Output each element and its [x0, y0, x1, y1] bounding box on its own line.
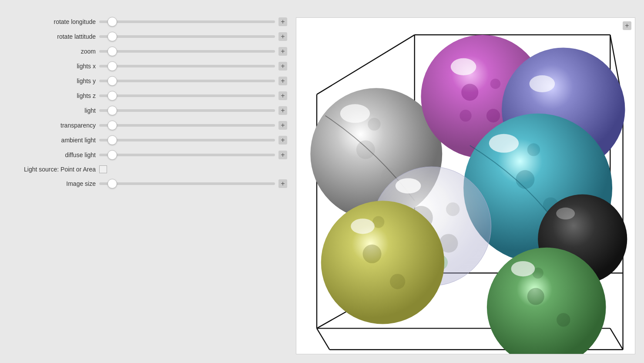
- plus-btn-image-size[interactable]: +: [278, 179, 287, 188]
- slider-ambient-light[interactable]: [99, 139, 275, 141]
- label-transparency: transparency: [9, 122, 96, 129]
- track-container-rotate-longitude: +: [99, 17, 287, 26]
- label-image-size: Image size: [9, 180, 96, 187]
- svg-point-27: [489, 134, 519, 153]
- checkbox-light-source[interactable]: [99, 165, 107, 173]
- svg-point-41: [557, 313, 570, 326]
- label-zoom: zoom: [9, 48, 96, 55]
- track-container-zoom: +: [99, 47, 287, 56]
- svg-point-39: [556, 208, 575, 219]
- svg-point-35: [363, 245, 382, 263]
- slider-transparency[interactable]: [99, 124, 275, 127]
- track-container-transparency: +: [99, 121, 287, 130]
- slider-light[interactable]: [99, 109, 275, 112]
- svg-point-31: [446, 202, 460, 216]
- slider-lights-y[interactable]: [99, 80, 275, 82]
- checkbox-row-light-source: Light source: Point or Area: [9, 165, 287, 173]
- svg-line-7: [317, 328, 329, 350]
- svg-point-34: [396, 178, 421, 193]
- track-container-lights-z: +: [99, 91, 287, 100]
- svg-point-36: [390, 274, 405, 289]
- 3d-scene: [296, 18, 635, 354]
- slider-row-rotate-lattitude: rotate lattitude+: [9, 32, 287, 41]
- render-panel: +: [296, 17, 635, 354]
- svg-point-24: [516, 170, 534, 189]
- slider-row-ambient-light: ambient light+: [9, 136, 287, 145]
- controls-panel: rotate longitude+rotate lattitude+zoom+l…: [0, 0, 296, 363]
- svg-point-20: [460, 110, 471, 121]
- svg-point-17: [340, 104, 370, 123]
- slider-row-transparency: transparency+: [9, 121, 287, 130]
- track-container-image-size: +: [99, 179, 287, 188]
- checkbox-label-light-source: Light source: Point or Area: [9, 166, 96, 173]
- svg-point-19: [486, 109, 500, 122]
- slider-lights-z[interactable]: [99, 94, 275, 97]
- plus-btn-lights-z[interactable]: +: [278, 91, 287, 100]
- slider-zoom[interactable]: [99, 50, 275, 53]
- svg-line-6: [610, 328, 623, 350]
- label-diffuse-light: diffuse light: [9, 151, 96, 158]
- track-container-diffuse-light: +: [99, 151, 287, 159]
- label-lights-y: lights y: [9, 77, 96, 84]
- svg-point-40: [527, 288, 544, 305]
- slider-row-lights-z: lights z+: [9, 91, 287, 100]
- svg-point-23: [530, 75, 555, 92]
- slider-row-lights-x: lights x+: [9, 62, 287, 71]
- plus-btn-ambient-light[interactable]: +: [278, 136, 287, 145]
- svg-point-38: [351, 218, 375, 234]
- slider-row-rotate-longitude: rotate longitude+: [9, 17, 287, 26]
- plus-btn-rotate-longitude[interactable]: +: [278, 17, 287, 26]
- plus-btn-rotate-lattitude[interactable]: +: [278, 32, 287, 41]
- svg-point-26: [527, 143, 540, 156]
- plus-btn-light[interactable]: +: [278, 106, 287, 115]
- svg-point-21: [490, 79, 500, 89]
- slider-row-light: light+: [9, 106, 287, 115]
- label-lights-x: lights x: [9, 63, 96, 70]
- slider-image-size[interactable]: [99, 182, 275, 185]
- svg-point-22: [451, 58, 476, 75]
- track-container-lights-y: +: [99, 77, 287, 85]
- track-container-lights-x: +: [99, 62, 287, 71]
- corner-plus-button[interactable]: +: [623, 21, 631, 30]
- svg-line-2: [317, 35, 415, 94]
- slider-lights-x[interactable]: [99, 65, 275, 67]
- label-ambient-light: ambient light: [9, 137, 96, 144]
- plus-btn-lights-y[interactable]: +: [278, 77, 287, 85]
- slider-diffuse-light[interactable]: [99, 154, 275, 156]
- label-light: light: [9, 107, 96, 114]
- track-container-rotate-lattitude: +: [99, 32, 287, 41]
- slider-row-image-size: Image size+: [9, 179, 287, 188]
- plus-btn-zoom[interactable]: +: [278, 47, 287, 56]
- slider-row-diffuse-light: diffuse light+: [9, 151, 287, 159]
- label-rotate-lattitude: rotate lattitude: [9, 33, 96, 40]
- plus-btn-lights-x[interactable]: +: [278, 62, 287, 71]
- track-container-ambient-light: +: [99, 136, 287, 145]
- svg-point-18: [461, 84, 478, 101]
- svg-point-14: [356, 140, 375, 159]
- slider-rotate-longitude[interactable]: [99, 20, 275, 23]
- slider-row-zoom: zoom+: [9, 47, 287, 56]
- label-rotate-longitude: rotate longitude: [9, 18, 96, 25]
- plus-btn-diffuse-light[interactable]: +: [278, 151, 287, 159]
- plus-btn-transparency[interactable]: +: [278, 121, 287, 130]
- label-lights-z: lights z: [9, 92, 96, 99]
- slider-rotate-lattitude[interactable]: [99, 35, 275, 38]
- track-container-light: +: [99, 106, 287, 115]
- svg-point-43: [511, 261, 535, 276]
- svg-point-16: [368, 118, 380, 131]
- slider-row-lights-y: lights y+: [9, 77, 287, 85]
